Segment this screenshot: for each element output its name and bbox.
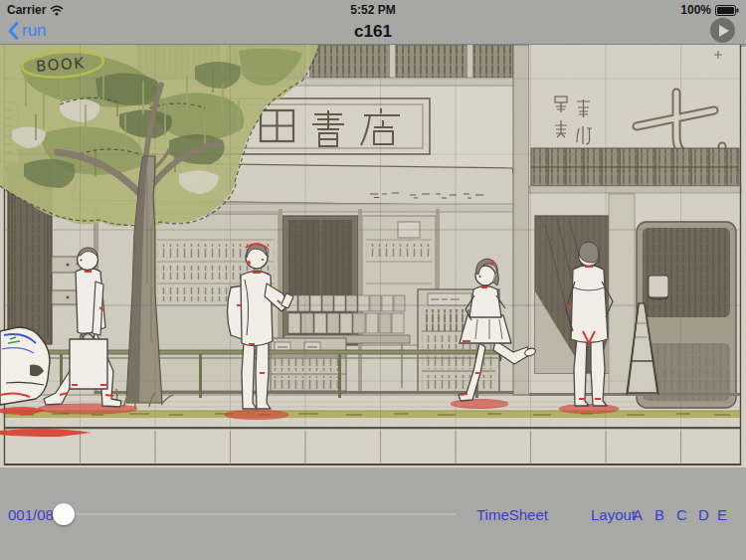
layout-option-b[interactable]: B (654, 506, 664, 523)
paper-grain-overlay (0, 45, 746, 467)
frame-slider-track[interactable] (60, 513, 456, 515)
carrier-label: Carrier (7, 3, 46, 17)
back-label: run (22, 21, 47, 41)
layout-option-c[interactable]: C (676, 506, 687, 523)
back-button[interactable]: run (8, 21, 47, 41)
layout-option-d[interactable]: D (698, 506, 709, 523)
status-bar: Carrier 5:52 PM 100% (0, 0, 746, 20)
timesheet-button[interactable]: TimeSheet (476, 506, 548, 523)
wifi-icon (50, 5, 64, 16)
battery-percent: 100% (680, 3, 711, 17)
play-icon (719, 25, 729, 37)
nav-bar: run c161 (0, 20, 746, 45)
layout-option-e[interactable]: E (717, 506, 727, 523)
app-screen: Carrier 5:52 PM 100% run c161 (0, 0, 746, 560)
artwork-svg: VD (0, 45, 746, 467)
frame-viewer[interactable]: VD (0, 45, 746, 467)
page-title: c161 (0, 20, 746, 44)
battery-icon (715, 5, 739, 16)
clock: 5:52 PM (0, 3, 746, 17)
layout-label: Layout (591, 506, 636, 523)
playback-controls: 001/084 TimeSheet Layout A B C D E (0, 467, 746, 560)
layout-option-a[interactable]: A (633, 506, 643, 523)
chevron-left-icon (8, 22, 19, 40)
play-button[interactable] (710, 18, 735, 43)
frame-slider-thumb[interactable] (53, 503, 75, 525)
